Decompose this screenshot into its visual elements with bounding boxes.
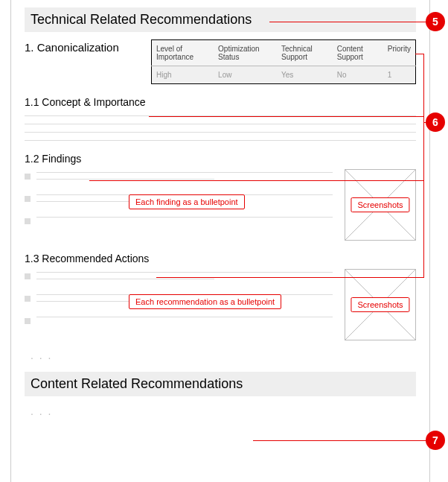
table-cell: 1 [383,66,416,84]
connector-line [253,440,430,441]
attributes-table: Level of Importance Optimization Status … [151,39,416,84]
callout-badge-7: 7 [426,431,445,450]
connector-line [156,277,424,278]
section-header-text: Content Related Recommendations [31,376,243,391]
table-header: Optimization Status [214,40,277,66]
bullet-icon [25,218,31,224]
subsection-title: 1.2 Findings [25,153,416,165]
bullet-icon [25,318,31,324]
bullet-item [25,217,333,224]
thumb-label-pill: Screenshots [351,297,409,312]
bullet-item [25,317,333,324]
bullet-icon [25,174,31,180]
annotation-pill: Each recommendation as a bulletpoint [129,294,281,309]
item-title: 1. Canonicalization [25,39,144,54]
connector-line [269,22,430,22]
callout-badge-6: 6 [426,112,445,132]
bullet-icon [25,273,31,279]
connector-line [149,116,424,117]
section-header-text: Technical Related Recommendations [31,12,252,27]
bullet-icon [25,196,31,202]
table-cell: High [152,66,214,84]
ellipsis: . . . [31,349,416,361]
item-row: 1. Canonicalization Level of Importance … [25,39,416,84]
screenshot-placeholder: Screenshots [345,269,416,340]
placeholder-lines [25,115,416,141]
table-cell: Low [214,66,277,84]
callout-badge-5: 5 [426,12,445,31]
connector-line [415,54,424,54]
bullet-item [25,272,333,285]
connector-line [423,54,424,277]
section-header-content: Content Related Recommendations [25,372,416,396]
section-header-technical: Technical Related Recommendations [25,7,416,32]
table-cell: No [333,66,383,84]
bullet-icon [25,296,31,302]
table-header: Content Support [333,40,383,66]
thumb-label-pill: Screenshots [351,197,409,212]
table-header: Level of Importance [152,40,214,66]
bullet-block: Screenshots Each recommendation as a bul… [25,269,416,340]
subsection-title: 1.1 Concept & Importance [25,96,416,108]
table-header: Priority [383,40,416,66]
bullet-item [25,172,333,185]
connector-line [89,180,424,181]
page-wireframe: Technical Related Recommendations 1. Can… [10,0,430,482]
table-cell: Yes [277,66,333,84]
subsection-title: 1.3 Recommended Actions [25,253,416,264]
ellipsis: . . . [31,405,416,417]
table-header: Technical Support [277,40,333,66]
annotation-pill: Each finding as a bulletpoint [129,194,245,209]
